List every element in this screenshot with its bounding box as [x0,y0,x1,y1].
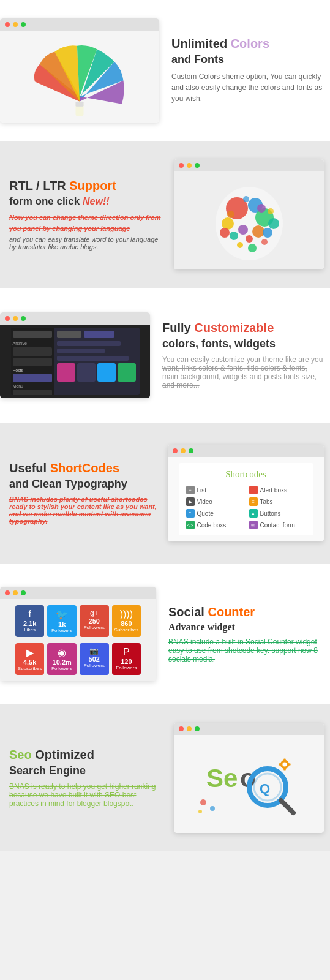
sc-icon-tabs: ≡ [249,497,258,506]
sc-item-list: ≡ List [186,486,243,494]
shortcodes-title: Useful ShortCodes [9,461,159,475]
admin-right-panel [54,328,140,395]
rtl-note: Now you can change theme direction only … [9,211,165,233]
social-instagram: ◉ 10.2m Followers [47,643,77,675]
section-customizable: Archive Posts Menu Codes [0,288,330,423]
rtl-title: RTL / LTR Support [9,179,165,193]
browser-content-5: f 2.1k Likes 🐦 1k Followers g+ 250 [0,599,156,681]
dot-red-6 [179,726,184,731]
rtl-note-normal: and you can easy translate word to your … [9,236,165,251]
sc-icon-codebox: </> [186,521,195,529]
browser-bar-1 [0,18,159,31]
svg-rect-32 [287,763,290,766]
colors-text: Unlimited Colors and Fonts Custom Colors… [171,37,324,104]
svg-text:Se: Se [206,764,238,793]
browser-bar-3 [0,312,150,325]
social-rss: )))) 860 Subscribes [112,605,141,637]
social-text: Social Counter Advance widget BNAS inclu… [168,605,324,663]
seo-title-accent: Optimized [35,748,94,761]
svg-point-19 [268,208,274,214]
dot-green-6 [195,726,200,731]
svg-point-10 [246,235,253,243]
browser-mock-4: Shortcodes ≡ List ! Alert boxs [168,445,324,541]
social-title-plain: Social [168,605,208,619]
dot-yellow-4 [181,448,186,453]
browser-content-6: Se o Q [174,735,324,833]
seo-browser: Se o Q [174,723,324,833]
shortcodes-title-plain: Useful [9,461,50,475]
admin-sidebar: Archive Posts Menu Codes [11,328,140,395]
svg-point-14 [227,211,234,218]
svg-point-11 [263,228,272,238]
shortcodes-body: BNAS includes plenty of useful shortcode… [9,496,159,525]
rss-count: 860 [114,620,139,627]
seo-title-plain: Seo [9,748,35,761]
browser-content-3: Archive Posts Menu Codes [0,325,150,398]
insta2-icon: 📷 [82,647,107,655]
instagram-label: Followers [50,666,74,671]
dot-red-4 [173,448,178,453]
rtl-text: RTL / LTR Support form one click New!! N… [9,179,165,251]
social-pinterest: P 120 Followers [112,643,141,675]
twitter-icon: 🐦 [50,609,74,620]
pinterest-icon: P [114,647,139,658]
dot-red-2 [179,163,184,168]
svg-text:Q: Q [260,781,270,796]
colors-title-accent: Colors [231,37,269,50]
social-title-accent: Counter [208,605,255,619]
social-youtube: ▶ 4.5k Subscribes [15,643,45,675]
dot-yellow-6 [187,726,192,731]
instagram-icon: ◉ [50,647,74,658]
rtl-title-accent: Support [69,179,116,192]
youtube-label: Subscribes [18,666,42,671]
svg-point-17 [220,228,230,238]
sc-item-alert: ! Alert boxs [249,486,306,494]
social-twitter: 🐦 1k Followers [47,605,77,637]
svg-point-18 [243,196,249,202]
browser-bar-5 [0,587,156,599]
dot-red-5 [5,590,10,595]
sc-item-codebox: </> Code boxs [186,521,243,529]
facebook-label: Likes [18,627,42,633]
svg-point-20 [261,239,268,245]
dot-green-2 [195,163,200,168]
browser-content-2 [174,172,324,270]
browser-mock-6: Se o Q [174,723,324,833]
rtl-note-strike: Now you can change theme direction only … [9,214,161,232]
svg-point-33 [200,799,206,805]
colors-browser [0,18,159,123]
sc-icon-buttons: ▲ [249,509,258,518]
colors-title: Unlimited Colors [171,37,324,51]
facebook-count: 2.1k [18,620,42,627]
shortcodes-title-accent: ShortCodes [50,461,119,475]
svg-point-34 [210,806,215,811]
sc-grid: ≡ List ! Alert boxs ▶ Video [186,486,306,529]
svg-point-9 [230,232,238,240]
svg-point-16 [268,218,279,229]
svg-line-25 [281,801,293,813]
svg-point-28 [282,762,287,766]
svg-point-12 [237,242,243,248]
twitter-count: 1k [50,620,74,628]
social-subtitle: Advance widget [168,622,324,633]
pinterest-count: 120 [114,658,139,665]
section-seo: Seo Optimized Search Engine BNAS is read… [0,704,330,851]
customizable-body: You can easily customize your theme like… [162,355,324,390]
color-fan-svg [24,37,135,116]
sc-box-title: Shortcodes [186,469,306,480]
twitter-label: Followers [50,628,74,633]
dot-green-4 [189,448,193,453]
social-googleplus: g+ 250 Followers [80,605,109,637]
rss-label: Subscribes [114,627,139,633]
customizable-browser: Archive Posts Menu Codes [0,312,150,398]
sc-icon-list: ≡ [186,486,195,494]
customizable-text: Fully Customizable colors, fonts, widget… [162,321,324,390]
gplus-icon: g+ [82,609,107,617]
social-insta2: 📷 502 Followers [80,643,109,675]
section-colors: Unlimited Colors and Fonts Custom Colors… [0,0,330,141]
shortcodes-subtitle: and Clean Typography [9,478,159,491]
dot-green-1 [21,22,26,27]
social-facebook: f 2.1k Likes [15,605,45,637]
browser-content-4: Shortcodes ≡ List ! Alert boxs [168,457,324,541]
section-rtl: RTL / LTR Support form one click New!! N… [0,141,330,288]
